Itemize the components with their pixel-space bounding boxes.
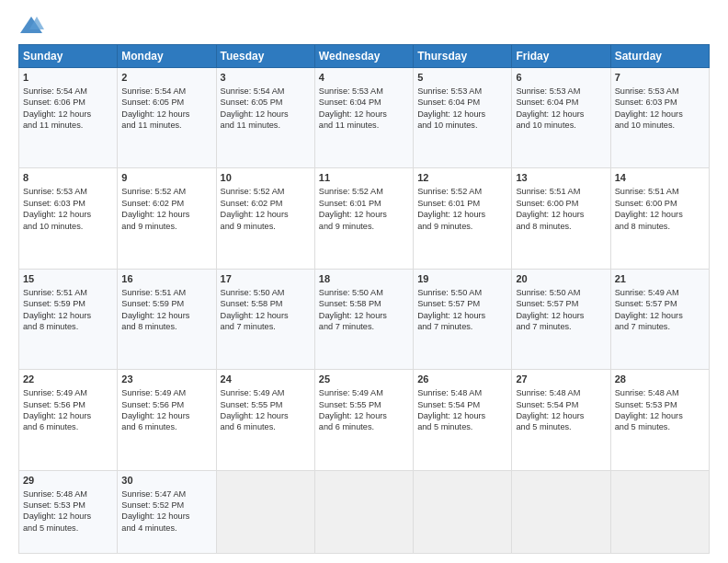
sunrise-text: Sunrise: 5:54 AM [23,86,87,96]
day-number: 22 [23,373,113,386]
daylight-text: Daylight: 12 hoursand 6 minutes. [121,411,189,431]
calendar-cell: 13Sunrise: 5:51 AMSunset: 6:00 PMDayligh… [512,168,610,269]
sunrise-text: Sunrise: 5:50 AM [319,288,383,297]
calendar-cell: 2Sunrise: 5:54 AMSunset: 6:05 PMDaylight… [118,68,216,168]
sunset-text: Sunset: 5:55 PM [319,400,381,409]
sunrise-text: Sunrise: 5:53 AM [615,86,679,96]
sunrise-text: Sunrise: 5:48 AM [516,388,580,397]
sunset-text: Sunset: 6:04 PM [516,98,578,107]
calendar-cell [314,470,413,553]
day-number: 15 [23,272,113,286]
sunset-text: Sunset: 5:57 PM [417,299,480,308]
calendar-cell: 28Sunrise: 5:48 AMSunset: 5:53 PMDayligh… [610,370,709,470]
day-header: Monday [118,45,216,68]
calendar-cell: 10Sunrise: 5:52 AMSunset: 6:02 PMDayligh… [216,168,314,269]
calendar-header-row: SundayMondayTuesdayWednesdayThursdayFrid… [19,45,710,68]
calendar-cell [512,470,610,553]
day-number: 26 [417,373,507,386]
sunset-text: Sunset: 6:04 PM [319,98,381,107]
daylight-text: Daylight: 12 hoursand 8 minutes. [615,210,683,230]
sunrise-text: Sunrise: 5:52 AM [221,187,285,196]
sunset-text: Sunset: 5:55 PM [221,400,283,409]
sunrise-text: Sunrise: 5:48 AM [417,388,482,397]
day-number: 27 [516,373,606,386]
calendar-cell [414,470,512,553]
sunrise-text: Sunrise: 5:51 AM [615,187,679,196]
sunset-text: Sunset: 6:02 PM [121,199,184,208]
logo-icon [18,15,44,35]
calendar-cell: 15Sunrise: 5:51 AMSunset: 5:59 PMDayligh… [19,269,118,369]
daylight-text: Daylight: 12 hoursand 5 minutes. [516,411,584,431]
day-number: 25 [319,373,409,386]
daylight-text: Daylight: 12 hoursand 10 minutes. [516,109,584,130]
day-number: 6 [516,71,606,85]
daylight-text: Daylight: 12 hoursand 7 minutes. [615,311,683,331]
sunset-text: Sunset: 5:56 PM [23,400,85,409]
calendar-cell: 12Sunrise: 5:52 AMSunset: 6:01 PMDayligh… [414,168,512,269]
calendar-cell: 27Sunrise: 5:48 AMSunset: 5:54 PMDayligh… [512,370,610,470]
daylight-text: Daylight: 12 hoursand 9 minutes. [121,210,189,230]
sunrise-text: Sunrise: 5:52 AM [417,187,482,196]
sunset-text: Sunset: 5:53 PM [23,500,85,510]
daylight-text: Daylight: 12 hoursand 7 minutes. [221,311,289,331]
daylight-text: Daylight: 12 hoursand 10 minutes. [417,109,485,130]
calendar-cell: 17Sunrise: 5:50 AMSunset: 5:58 PMDayligh… [216,269,314,369]
day-number: 24 [221,373,311,386]
day-number: 17 [221,272,311,286]
day-number: 16 [121,272,211,286]
sunrise-text: Sunrise: 5:54 AM [221,86,285,96]
day-number: 28 [615,373,705,386]
daylight-text: Daylight: 12 hoursand 5 minutes. [417,411,485,431]
day-number: 9 [121,171,211,185]
daylight-text: Daylight: 12 hoursand 8 minutes. [121,311,189,331]
day-number: 18 [319,272,409,286]
daylight-text: Daylight: 12 hoursand 6 minutes. [23,411,91,431]
calendar-cell: 16Sunrise: 5:51 AMSunset: 5:59 PMDayligh… [118,269,216,369]
calendar-cell: 8Sunrise: 5:53 AMSunset: 6:03 PMDaylight… [19,168,118,269]
calendar-week-row: 15Sunrise: 5:51 AMSunset: 5:59 PMDayligh… [19,269,710,369]
sunrise-text: Sunrise: 5:53 AM [417,86,482,96]
sunset-text: Sunset: 5:59 PM [121,299,184,308]
sunset-text: Sunset: 5:57 PM [615,299,677,308]
sunset-text: Sunset: 6:01 PM [417,199,480,208]
sunrise-text: Sunrise: 5:49 AM [221,388,285,397]
calendar-cell [610,470,709,553]
day-number: 12 [417,171,507,185]
sunset-text: Sunset: 6:04 PM [417,98,480,107]
day-header: Sunday [19,45,118,68]
day-number: 10 [221,171,311,185]
calendar-table: SundayMondayTuesdayWednesdayThursdayFrid… [18,44,710,554]
calendar-cell: 24Sunrise: 5:49 AMSunset: 5:55 PMDayligh… [216,370,314,470]
day-number: 14 [615,171,705,185]
calendar-cell: 30Sunrise: 5:47 AMSunset: 5:52 PMDayligh… [118,470,216,553]
daylight-text: Daylight: 12 hoursand 11 minutes. [121,109,189,130]
sunset-text: Sunset: 5:54 PM [417,400,480,409]
sunset-text: Sunset: 5:56 PM [121,400,184,409]
sunrise-text: Sunrise: 5:52 AM [319,187,383,196]
sunset-text: Sunset: 5:53 PM [615,400,677,409]
day-header: Thursday [414,45,512,68]
day-number: 5 [417,71,507,85]
calendar-cell: 5Sunrise: 5:53 AMSunset: 6:04 PMDaylight… [414,68,512,168]
calendar-week-row: 29Sunrise: 5:48 AMSunset: 5:53 PMDayligh… [19,470,710,553]
sunset-text: Sunset: 6:06 PM [23,98,85,107]
calendar-cell: 18Sunrise: 5:50 AMSunset: 5:58 PMDayligh… [314,269,413,369]
sunrise-text: Sunrise: 5:49 AM [319,388,383,397]
daylight-text: Daylight: 12 hoursand 11 minutes. [23,109,91,130]
sunrise-text: Sunrise: 5:52 AM [121,187,186,196]
sunrise-text: Sunrise: 5:47 AM [121,489,186,499]
day-number: 11 [319,171,409,185]
day-header: Tuesday [216,45,314,68]
daylight-text: Daylight: 12 hoursand 4 minutes. [121,511,189,532]
daylight-text: Daylight: 12 hoursand 6 minutes. [319,411,387,431]
daylight-text: Daylight: 12 hoursand 11 minutes. [319,109,387,130]
sunrise-text: Sunrise: 5:53 AM [516,86,580,96]
calendar-cell: 20Sunrise: 5:50 AMSunset: 5:57 PMDayligh… [512,269,610,369]
day-number: 1 [23,71,113,85]
calendar-week-row: 22Sunrise: 5:49 AMSunset: 5:56 PMDayligh… [19,370,710,470]
sunset-text: Sunset: 6:02 PM [221,199,283,208]
sunset-text: Sunset: 6:00 PM [615,199,677,208]
calendar-cell: 25Sunrise: 5:49 AMSunset: 5:55 PMDayligh… [314,370,413,470]
sunrise-text: Sunrise: 5:51 AM [516,187,580,196]
daylight-text: Daylight: 12 hoursand 9 minutes. [221,210,289,230]
